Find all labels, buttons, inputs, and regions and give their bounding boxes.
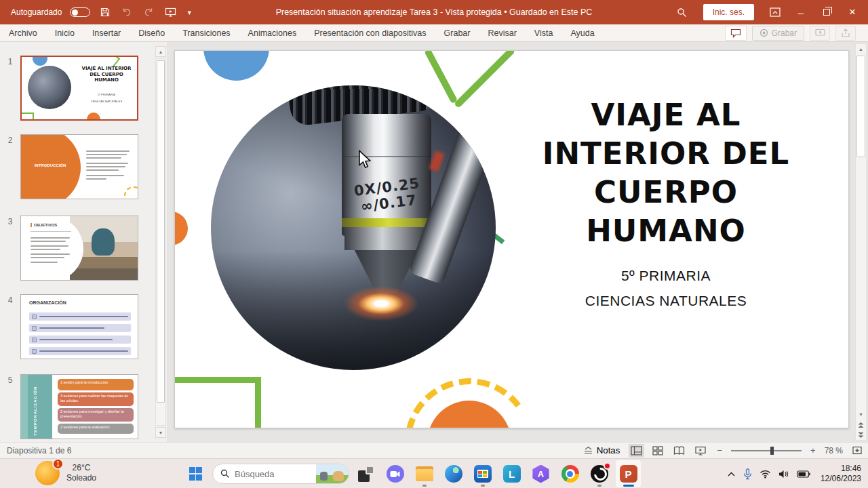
tab-grabar[interactable]: Grabar xyxy=(435,24,479,41)
sign-in-button[interactable]: Inic. ses. xyxy=(703,4,754,20)
slide-thumbnail-3[interactable]: OBJETIVOS xyxy=(20,216,138,281)
divider xyxy=(31,231,71,232)
mini-body-text xyxy=(86,148,131,182)
scroll-up-button[interactable]: ▲ xyxy=(155,46,166,57)
zoom-out-button[interactable]: − xyxy=(717,445,722,455)
present-in-teams-button[interactable] xyxy=(810,26,830,41)
tray-overflow-chevron-icon[interactable] xyxy=(727,471,736,477)
comments-button[interactable] xyxy=(725,26,747,41)
obs-studio-icon[interactable] xyxy=(587,460,612,487)
scrollbar-thumb[interactable] xyxy=(856,56,865,157)
app-icon-l[interactable]: L xyxy=(499,460,524,487)
taskbar-search[interactable] xyxy=(212,464,349,484)
reading-view-button[interactable] xyxy=(671,444,687,458)
store-bag-icon xyxy=(474,465,492,483)
zoom-in-button[interactable]: + xyxy=(810,445,816,455)
restore-icon xyxy=(823,9,830,16)
previous-slide-button[interactable] xyxy=(856,420,866,430)
minimize-button[interactable]: – xyxy=(789,2,812,22)
decorative-orange-half-circle xyxy=(174,211,188,245)
scroll-down-button[interactable]: ▼ xyxy=(155,427,166,438)
task-view-icon[interactable] xyxy=(353,460,378,487)
search-highlight-pets-image[interactable] xyxy=(316,464,349,483)
microscope-photo[interactable]: 0X/0.25 ∞/0.17 xyxy=(211,85,496,370)
video-meeting-app-icon[interactable] xyxy=(382,460,408,487)
thumbnail-row-2: 2 INTRODUCCIÓN xyxy=(0,134,138,199)
canvas-scrollbar[interactable]: ▲ ▼ xyxy=(855,43,867,441)
slide-thumbnail-4[interactable]: ORGANIZACIÓN xyxy=(20,294,138,359)
autosave-toggle[interactable] xyxy=(70,7,90,17)
wifi-icon[interactable] xyxy=(760,470,771,479)
thumbnail-panel-scrollbar[interactable]: ▲ ▼ xyxy=(155,46,166,438)
normal-view-button[interactable] xyxy=(629,444,644,458)
tab-revisar[interactable]: Revisar xyxy=(479,24,525,41)
decorative-square xyxy=(20,113,34,121)
clock-date: 12/06/2023 xyxy=(821,474,861,484)
zoom-level[interactable]: 78 % xyxy=(825,446,843,455)
scroll-up-button[interactable]: ▲ xyxy=(856,44,866,54)
text-line xyxy=(86,166,125,167)
list-icon xyxy=(32,314,37,319)
tab-insertar[interactable]: Insertar xyxy=(83,24,130,41)
fit-slide-to-window-button[interactable] xyxy=(852,445,863,455)
text-line xyxy=(39,327,104,329)
weather-widget[interactable]: 1 26°C Soleado xyxy=(35,461,96,485)
slide-subtitle-2[interactable]: CIENCIAS NATURALES xyxy=(514,293,818,309)
text-line xyxy=(39,339,113,340)
scrollbar-track[interactable] xyxy=(155,58,166,426)
google-chrome-icon[interactable] xyxy=(557,460,583,487)
slide-thumbnail-2[interactable]: INTRODUCCIÓN xyxy=(20,134,138,199)
tab-vista[interactable]: Vista xyxy=(526,24,562,41)
scroll-down-button[interactable]: ▼ xyxy=(856,409,866,420)
app-icon-hexagon-a[interactable]: A xyxy=(528,460,553,487)
battery-icon[interactable] xyxy=(797,470,810,478)
slideshow-view-button[interactable] xyxy=(693,444,708,458)
zoom-slider[interactable] xyxy=(731,450,802,451)
close-button[interactable]: × xyxy=(841,2,864,22)
tab-presentacion[interactable]: Presentación con diapositivas xyxy=(305,24,435,41)
slide-1[interactable]: 0X/0.25 ∞/0.17 VIAJE AL INTERIOR DEL CUE… xyxy=(174,50,849,428)
mini-timeline-row-4: 2 sesiones para la evaluación xyxy=(58,424,134,434)
tab-ayuda[interactable]: Ayuda xyxy=(561,24,603,41)
tab-transiciones[interactable]: Transiciones xyxy=(174,24,239,41)
slide-number: 1 xyxy=(0,56,20,121)
microsoft-store-icon[interactable] xyxy=(470,460,495,487)
tab-diseno[interactable]: Diseño xyxy=(130,24,174,41)
scrollbar-thumb[interactable] xyxy=(157,60,165,403)
photo-girl-figure xyxy=(92,228,115,256)
next-slide-button[interactable] xyxy=(856,430,866,440)
slide-title[interactable]: VIAJE AL INTERIOR DEL CUERPO HUMANO xyxy=(514,96,818,250)
microphone-icon[interactable] xyxy=(743,468,752,480)
volume-icon[interactable] xyxy=(778,470,789,479)
thumbnail-row-5: 5 TEMPORALIZACIÓN 1 sesión para la intro… xyxy=(0,374,138,439)
undo-icon[interactable] xyxy=(120,5,134,19)
file-explorer-icon[interactable] xyxy=(412,460,437,487)
powerpoint-icon-active[interactable]: P xyxy=(616,460,641,487)
tab-archivo[interactable]: Archivo xyxy=(0,24,46,41)
restore-button[interactable] xyxy=(815,2,838,22)
slide-canvas: 0X/0.25 ∞/0.17 VIAJE AL INTERIOR DEL CUE… xyxy=(168,42,868,442)
save-icon[interactable] xyxy=(98,5,112,19)
mini-heading-vertical: TEMPORALIZACIÓN xyxy=(33,380,37,436)
slide-thumbnail-5[interactable]: TEMPORALIZACIÓN 1 sesión para la introdu… xyxy=(20,374,138,439)
search-icon[interactable] xyxy=(671,2,694,22)
tab-inicio[interactable]: Inicio xyxy=(46,24,83,41)
ribbon-tabs: Archivo Inicio Insertar Diseño Transicio… xyxy=(0,24,604,41)
start-button[interactable] xyxy=(183,460,208,487)
share-button[interactable] xyxy=(835,26,856,41)
slide-subtitle-1[interactable]: 5º PRIMARIA xyxy=(514,268,818,284)
record-button[interactable]: Grabar xyxy=(752,26,804,41)
slide-sorter-view-button[interactable] xyxy=(650,444,665,458)
zoom-slider-thumb[interactable] xyxy=(770,447,774,455)
microsoft-edge-icon[interactable] xyxy=(441,460,466,487)
slide-thumbnail-1-selected[interactable]: VIAJE AL INTERIOR DEL CUERPO HUMANO 5º P… xyxy=(20,56,138,121)
qat-customize-caret-icon[interactable]: ▾ xyxy=(186,7,193,18)
tab-animaciones[interactable]: Animaciones xyxy=(239,24,306,41)
clock-widget[interactable]: 18:46 12/06/2023 xyxy=(821,464,861,484)
redo-icon[interactable] xyxy=(142,5,155,19)
search-input[interactable] xyxy=(235,469,302,479)
camera-icon xyxy=(387,465,404,483)
notes-toggle[interactable]: Notas xyxy=(583,445,620,455)
start-slideshow-icon[interactable] xyxy=(163,5,178,19)
ribbon-display-options-icon[interactable] xyxy=(764,2,787,22)
